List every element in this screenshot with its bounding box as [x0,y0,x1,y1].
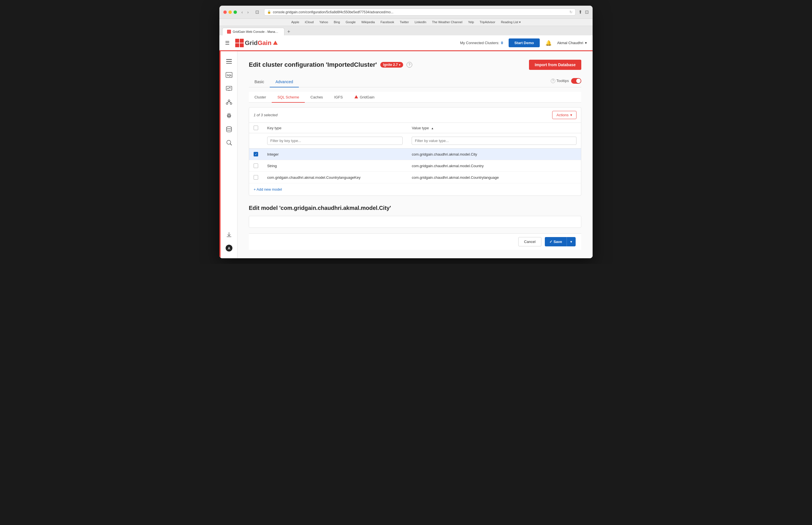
bookmark-yahoo[interactable]: Yahoo [319,20,328,24]
actions-button[interactable]: Actions ▾ [552,111,577,119]
url-text: console.gridgain.com/configuration/5c6a8… [273,10,393,14]
notifications-bell-button[interactable]: 🔔 [546,40,552,46]
row-checkbox-2[interactable] [254,164,258,168]
edit-model-section: Edit model 'com.gridgain.chaudhri.akmal.… [249,205,581,250]
tooltips-help-icon[interactable]: ? [551,79,555,83]
bookmark-linkedin[interactable]: LinkedIn [414,20,426,24]
svg-rect-2 [226,59,232,60]
forward-button[interactable]: › [246,9,250,15]
row-value-type-1: com.gridgain.chaudhri.akmal.model.City [407,149,581,160]
ignite-version-badge[interactable]: Ignite 2.7 ▾ [380,62,403,68]
maximize-button[interactable] [233,11,237,14]
svg-line-14 [229,102,231,103]
cluster-info: My Connected Clusters: 0 [460,41,503,45]
add-new-model-link[interactable]: + Add new model [249,183,581,195]
new-tab-button[interactable]: + [285,28,293,35]
cluster-count: 0 [501,41,503,45]
bookmark-yelp[interactable]: Yelp [468,20,474,24]
clusters-label: My Connected Clusters: [460,41,499,45]
svg-text:A: A [228,246,230,250]
refresh-icon[interactable]: ↻ [569,10,572,14]
subtab-igfs[interactable]: IGFS [328,92,348,103]
tab-basic[interactable]: Basic [249,77,270,87]
sidebar-item-sql[interactable]: SQL [223,69,235,80]
save-button[interactable]: ✓ Save [545,237,567,246]
tooltips-label: ? Tooltips [551,79,569,83]
sidebar-toggle-button[interactable]: ⊡ [253,9,261,15]
save-button-group: ✓ Save ▾ [545,237,576,246]
tab-advanced[interactable]: Advanced [270,77,298,87]
lock-icon: 🔒 [267,10,271,14]
sidebar-item-monitoring[interactable] [223,83,235,94]
bookmark-icloud[interactable]: iCloud [305,20,313,24]
gridgain-tab-icon [354,95,358,99]
back-button[interactable]: ‹ [240,9,245,15]
logo-text-grid: Grid [245,39,258,46]
save-dropdown-button[interactable]: ▾ [567,237,576,246]
bookmark-weather[interactable]: The Weather Channel [432,20,462,24]
bookmark-readinglist[interactable]: Reading List ▾ [501,20,521,24]
sort-icon: ▲ [431,127,434,130]
bookmark-apple[interactable]: Apple [291,20,299,24]
close-button[interactable] [223,11,227,14]
share-button[interactable]: ⬆ [579,9,582,15]
sidebar-item-configuration[interactable] [223,110,235,121]
subtab-gridgain[interactable]: GridGain [348,92,380,103]
select-all-checkbox[interactable] [254,125,258,130]
browser-tab-active[interactable]: GridGain Web Console - Management tool a… [222,28,285,35]
svg-marker-23 [354,95,358,99]
url-bar[interactable]: 🔒 console.gridgain.com/configuration/5c6… [264,9,576,16]
browser-tab-bar: GridGain Web Console - Management tool a… [219,26,593,35]
bottom-action-bar: Cancel ✓ Save ▾ [249,234,581,250]
help-icon[interactable]: ? [407,62,412,68]
svg-point-16 [227,127,232,129]
svg-line-18 [230,144,232,145]
bookmark-facebook[interactable]: Facebook [381,20,394,24]
bookmark-tripadvisor[interactable]: TripAdvisor [479,20,495,24]
main-tab-nav: Basic Advanced ? Tooltips [249,77,581,87]
subtab-cluster[interactable]: Cluster [249,92,272,103]
new-tab-icon-button[interactable]: ⊡ [585,9,589,15]
minimize-button[interactable] [228,11,232,14]
row-checkbox-3[interactable] [254,175,258,180]
user-chevron-icon: ▾ [585,41,587,45]
svg-text:SQL: SQL [227,74,232,77]
svg-rect-4 [226,63,232,64]
bookmark-google[interactable]: Google [346,20,356,24]
sidebar-item-databases[interactable] [223,124,235,135]
bookmark-twitter[interactable]: Twitter [400,20,409,24]
logo-text-gain: Gain [258,39,272,46]
svg-rect-3 [226,61,232,62]
start-demo-button[interactable]: Start Demo [509,39,539,47]
sidebar-item-queries[interactable] [223,137,235,149]
key-type-filter-input[interactable] [267,137,403,145]
filter-row [249,133,581,149]
subtab-sql-scheme[interactable]: SQL Scheme [272,92,305,103]
row-checkbox-1[interactable]: ✓ [254,152,258,156]
svg-point-11 [226,103,228,104]
subtab-caches[interactable]: Caches [305,92,328,103]
main-content: Edit cluster configuration 'ImportedClus… [238,51,593,258]
row-value-type-3: com.gridgain.chaudhri.akmal.model.Countr… [407,172,581,183]
table-row: com.gridgain.chaudhri.akmal.model.Countr… [249,172,581,183]
sidebar-item-settings[interactable]: A [223,242,235,254]
bookmark-bing[interactable]: Bing [334,20,340,24]
import-from-database-button[interactable]: Import from Database [529,60,581,70]
row-value-type-2: com.gridgain.chaudhri.akmal.model.Countr… [407,160,581,172]
hamburger-menu-button[interactable]: ☰ [225,40,230,46]
sidebar-item-download[interactable] [223,229,235,240]
sub-tab-nav: Cluster SQL Scheme Caches IGFS GridGain [249,92,581,103]
sidebar-item-clusters[interactable] [223,96,235,108]
sidebar: SQL [220,51,238,258]
row-key-type-3: com.gridgain.chaudhri.akmal.model.Countr… [263,172,407,183]
actions-dropdown-icon: ▾ [570,113,572,117]
table-row: ✓ Integer com.gridgain.chaudhri.akmal.mo… [249,149,581,160]
table-header-row: 1 of 3 selected Actions ▾ [249,107,581,123]
sidebar-item-menu[interactable] [223,56,235,67]
bookmark-wikipedia[interactable]: Wikipedia [361,20,375,24]
value-type-filter-input[interactable] [412,137,577,145]
user-menu[interactable]: Akmal Chaudhri ▾ [557,41,587,45]
cancel-button[interactable]: Cancel [518,237,541,246]
tab-favicon [227,30,231,34]
tooltips-toggle[interactable] [571,78,581,84]
